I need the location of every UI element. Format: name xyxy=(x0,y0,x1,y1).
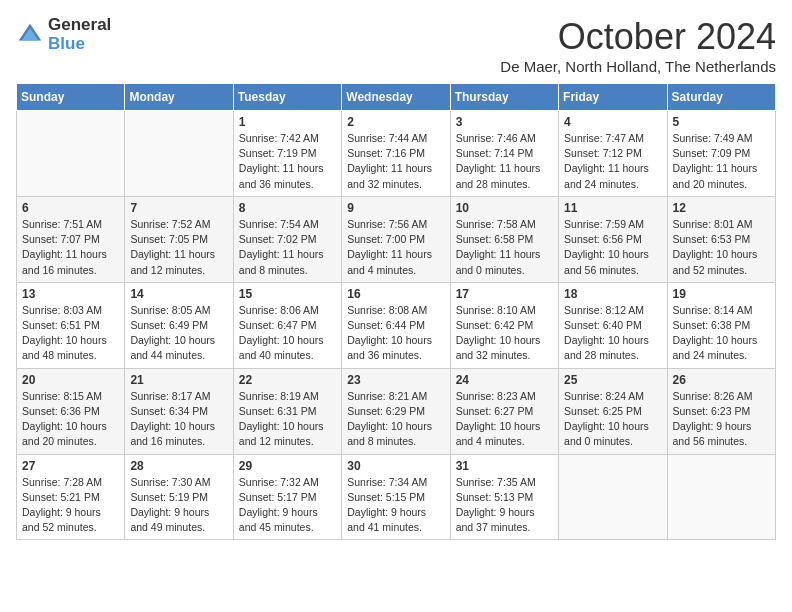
calendar-cell: 4Sunrise: 7:47 AM Sunset: 7:12 PM Daylig… xyxy=(559,111,667,197)
calendar-week-2: 6Sunrise: 7:51 AM Sunset: 7:07 PM Daylig… xyxy=(17,196,776,282)
calendar-week-4: 20Sunrise: 8:15 AM Sunset: 6:36 PM Dayli… xyxy=(17,368,776,454)
calendar-cell xyxy=(125,111,233,197)
day-number: 20 xyxy=(22,373,119,387)
day-number: 18 xyxy=(564,287,661,301)
day-info: Sunrise: 7:51 AM Sunset: 7:07 PM Dayligh… xyxy=(22,217,119,278)
calendar-cell: 2Sunrise: 7:44 AM Sunset: 7:16 PM Daylig… xyxy=(342,111,450,197)
logo-text: General Blue xyxy=(48,16,111,53)
calendar-cell: 8Sunrise: 7:54 AM Sunset: 7:02 PM Daylig… xyxy=(233,196,341,282)
day-info: Sunrise: 8:10 AM Sunset: 6:42 PM Dayligh… xyxy=(456,303,553,364)
calendar-header: SundayMondayTuesdayWednesdayThursdayFrid… xyxy=(17,84,776,111)
day-info: Sunrise: 7:30 AM Sunset: 5:19 PM Dayligh… xyxy=(130,475,227,536)
calendar-cell: 23Sunrise: 8:21 AM Sunset: 6:29 PM Dayli… xyxy=(342,368,450,454)
calendar-cell xyxy=(17,111,125,197)
day-info: Sunrise: 7:34 AM Sunset: 5:15 PM Dayligh… xyxy=(347,475,444,536)
day-number: 28 xyxy=(130,459,227,473)
day-number: 27 xyxy=(22,459,119,473)
day-info: Sunrise: 8:01 AM Sunset: 6:53 PM Dayligh… xyxy=(673,217,770,278)
day-info: Sunrise: 8:21 AM Sunset: 6:29 PM Dayligh… xyxy=(347,389,444,450)
calendar-cell: 6Sunrise: 7:51 AM Sunset: 7:07 PM Daylig… xyxy=(17,196,125,282)
calendar-cell: 3Sunrise: 7:46 AM Sunset: 7:14 PM Daylig… xyxy=(450,111,558,197)
day-info: Sunrise: 8:19 AM Sunset: 6:31 PM Dayligh… xyxy=(239,389,336,450)
calendar-cell: 10Sunrise: 7:58 AM Sunset: 6:58 PM Dayli… xyxy=(450,196,558,282)
day-number: 8 xyxy=(239,201,336,215)
day-number: 5 xyxy=(673,115,770,129)
calendar-cell xyxy=(559,454,667,540)
day-info: Sunrise: 8:05 AM Sunset: 6:49 PM Dayligh… xyxy=(130,303,227,364)
calendar-cell: 18Sunrise: 8:12 AM Sunset: 6:40 PM Dayli… xyxy=(559,282,667,368)
calendar-cell: 7Sunrise: 7:52 AM Sunset: 7:05 PM Daylig… xyxy=(125,196,233,282)
day-info: Sunrise: 7:49 AM Sunset: 7:09 PM Dayligh… xyxy=(673,131,770,192)
weekday-header-monday: Monday xyxy=(125,84,233,111)
day-info: Sunrise: 7:47 AM Sunset: 7:12 PM Dayligh… xyxy=(564,131,661,192)
day-number: 31 xyxy=(456,459,553,473)
calendar-cell xyxy=(667,454,775,540)
weekday-header-wednesday: Wednesday xyxy=(342,84,450,111)
day-number: 4 xyxy=(564,115,661,129)
location: De Maer, North Holland, The Netherlands xyxy=(500,58,776,75)
day-number: 6 xyxy=(22,201,119,215)
day-info: Sunrise: 8:12 AM Sunset: 6:40 PM Dayligh… xyxy=(564,303,661,364)
calendar-week-1: 1Sunrise: 7:42 AM Sunset: 7:19 PM Daylig… xyxy=(17,111,776,197)
day-number: 1 xyxy=(239,115,336,129)
weekday-header-tuesday: Tuesday xyxy=(233,84,341,111)
day-info: Sunrise: 8:23 AM Sunset: 6:27 PM Dayligh… xyxy=(456,389,553,450)
calendar-table: SundayMondayTuesdayWednesdayThursdayFrid… xyxy=(16,83,776,540)
day-info: Sunrise: 8:06 AM Sunset: 6:47 PM Dayligh… xyxy=(239,303,336,364)
day-number: 7 xyxy=(130,201,227,215)
weekday-header-saturday: Saturday xyxy=(667,84,775,111)
logo-icon xyxy=(16,21,44,49)
calendar-cell: 26Sunrise: 8:26 AM Sunset: 6:23 PM Dayli… xyxy=(667,368,775,454)
title-block: October 2024 De Maer, North Holland, The… xyxy=(500,16,776,75)
day-number: 25 xyxy=(564,373,661,387)
page-header: General Blue October 2024 De Maer, North… xyxy=(16,16,776,75)
day-info: Sunrise: 8:17 AM Sunset: 6:34 PM Dayligh… xyxy=(130,389,227,450)
calendar-cell: 21Sunrise: 8:17 AM Sunset: 6:34 PM Dayli… xyxy=(125,368,233,454)
day-info: Sunrise: 7:59 AM Sunset: 6:56 PM Dayligh… xyxy=(564,217,661,278)
day-info: Sunrise: 7:46 AM Sunset: 7:14 PM Dayligh… xyxy=(456,131,553,192)
calendar-cell: 17Sunrise: 8:10 AM Sunset: 6:42 PM Dayli… xyxy=(450,282,558,368)
calendar-cell: 16Sunrise: 8:08 AM Sunset: 6:44 PM Dayli… xyxy=(342,282,450,368)
day-number: 15 xyxy=(239,287,336,301)
calendar-cell: 27Sunrise: 7:28 AM Sunset: 5:21 PM Dayli… xyxy=(17,454,125,540)
calendar-week-5: 27Sunrise: 7:28 AM Sunset: 5:21 PM Dayli… xyxy=(17,454,776,540)
day-info: Sunrise: 7:28 AM Sunset: 5:21 PM Dayligh… xyxy=(22,475,119,536)
day-info: Sunrise: 7:58 AM Sunset: 6:58 PM Dayligh… xyxy=(456,217,553,278)
day-number: 24 xyxy=(456,373,553,387)
day-number: 26 xyxy=(673,373,770,387)
day-info: Sunrise: 8:14 AM Sunset: 6:38 PM Dayligh… xyxy=(673,303,770,364)
calendar-cell: 11Sunrise: 7:59 AM Sunset: 6:56 PM Dayli… xyxy=(559,196,667,282)
day-info: Sunrise: 7:35 AM Sunset: 5:13 PM Dayligh… xyxy=(456,475,553,536)
day-info: Sunrise: 7:54 AM Sunset: 7:02 PM Dayligh… xyxy=(239,217,336,278)
day-number: 14 xyxy=(130,287,227,301)
day-number: 17 xyxy=(456,287,553,301)
day-number: 16 xyxy=(347,287,444,301)
day-number: 13 xyxy=(22,287,119,301)
calendar-cell: 1Sunrise: 7:42 AM Sunset: 7:19 PM Daylig… xyxy=(233,111,341,197)
calendar-cell: 29Sunrise: 7:32 AM Sunset: 5:17 PM Dayli… xyxy=(233,454,341,540)
calendar-cell: 24Sunrise: 8:23 AM Sunset: 6:27 PM Dayli… xyxy=(450,368,558,454)
logo: General Blue xyxy=(16,16,111,53)
day-info: Sunrise: 8:08 AM Sunset: 6:44 PM Dayligh… xyxy=(347,303,444,364)
day-info: Sunrise: 8:24 AM Sunset: 6:25 PM Dayligh… xyxy=(564,389,661,450)
day-number: 23 xyxy=(347,373,444,387)
day-number: 11 xyxy=(564,201,661,215)
day-info: Sunrise: 7:42 AM Sunset: 7:19 PM Dayligh… xyxy=(239,131,336,192)
day-number: 29 xyxy=(239,459,336,473)
day-info: Sunrise: 7:56 AM Sunset: 7:00 PM Dayligh… xyxy=(347,217,444,278)
day-info: Sunrise: 8:26 AM Sunset: 6:23 PM Dayligh… xyxy=(673,389,770,450)
calendar-cell: 28Sunrise: 7:30 AM Sunset: 5:19 PM Dayli… xyxy=(125,454,233,540)
weekday-header-thursday: Thursday xyxy=(450,84,558,111)
calendar-cell: 22Sunrise: 8:19 AM Sunset: 6:31 PM Dayli… xyxy=(233,368,341,454)
calendar-cell: 31Sunrise: 7:35 AM Sunset: 5:13 PM Dayli… xyxy=(450,454,558,540)
calendar-cell: 19Sunrise: 8:14 AM Sunset: 6:38 PM Dayli… xyxy=(667,282,775,368)
calendar-cell: 5Sunrise: 7:49 AM Sunset: 7:09 PM Daylig… xyxy=(667,111,775,197)
calendar-cell: 13Sunrise: 8:03 AM Sunset: 6:51 PM Dayli… xyxy=(17,282,125,368)
day-info: Sunrise: 7:44 AM Sunset: 7:16 PM Dayligh… xyxy=(347,131,444,192)
day-info: Sunrise: 8:03 AM Sunset: 6:51 PM Dayligh… xyxy=(22,303,119,364)
calendar-cell: 12Sunrise: 8:01 AM Sunset: 6:53 PM Dayli… xyxy=(667,196,775,282)
month-title: October 2024 xyxy=(500,16,776,58)
calendar-cell: 9Sunrise: 7:56 AM Sunset: 7:00 PM Daylig… xyxy=(342,196,450,282)
day-info: Sunrise: 8:15 AM Sunset: 6:36 PM Dayligh… xyxy=(22,389,119,450)
calendar-cell: 20Sunrise: 8:15 AM Sunset: 6:36 PM Dayli… xyxy=(17,368,125,454)
